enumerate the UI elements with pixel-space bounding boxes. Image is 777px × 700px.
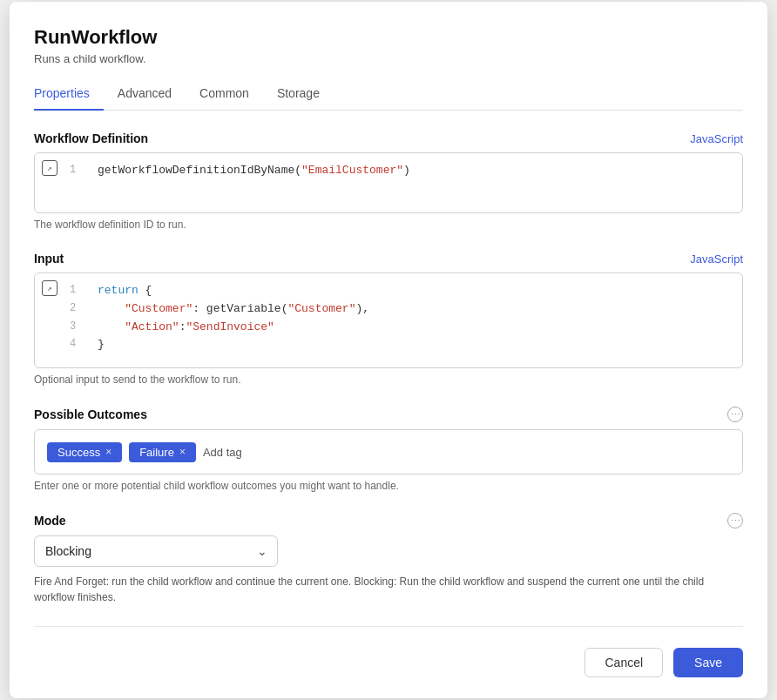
tab-advanced[interactable]: Advanced xyxy=(104,79,186,111)
possible-outcomes-hint: Enter one or more potential child workfl… xyxy=(34,480,743,492)
add-tag-button[interactable]: Add tag xyxy=(203,446,242,459)
input-label: Input xyxy=(34,252,64,266)
input-code-text-1: return { xyxy=(98,282,152,300)
tag-failure-remove[interactable]: × xyxy=(179,446,186,458)
input-code-line-2: 2 "Customer": getVariable("Customer"), xyxy=(70,300,732,319)
mode-hint: Fire And Forget: run the child workflow … xyxy=(34,574,731,605)
cancel-button[interactable]: Cancel xyxy=(584,648,663,677)
tag-failure-label: Failure xyxy=(139,446,174,459)
outcomes-box: Success × Failure × Add tag xyxy=(34,429,743,475)
expand-icon[interactable] xyxy=(42,160,57,176)
input-code-text-4: } xyxy=(98,336,105,354)
input-code-text-2: "Customer": getVariable("Customer"), xyxy=(98,300,369,319)
dialog-subtitle: Runs a child workflow. xyxy=(34,52,743,65)
workflow-definition-js-link[interactable]: JavaScript xyxy=(690,132,743,145)
workflow-definition-editor[interactable]: 1 getWorkflowDefinitionIdByName("EmailCu… xyxy=(34,152,743,213)
run-workflow-dialog: RunWorkflow Runs a child workflow. Prope… xyxy=(10,2,767,698)
input-section-header: Input JavaScript xyxy=(34,252,743,266)
tag-success-remove[interactable]: × xyxy=(105,446,111,458)
workflow-definition-hint: The workflow definition ID to run. xyxy=(34,219,743,231)
possible-outcomes-section: Possible Outcomes ⋯ Success × Failure × … xyxy=(34,407,743,492)
input-hint: Optional input to send to the workflow t… xyxy=(34,374,743,386)
mode-header: Mode ⋯ xyxy=(34,513,743,528)
mode-info-icon[interactable]: ⋯ xyxy=(727,513,743,528)
input-code: 1 return { 2 "Customer": getVariable("Cu… xyxy=(45,282,732,354)
tag-success-label: Success xyxy=(57,446,100,459)
input-line-num-4: 4 xyxy=(70,336,87,353)
tab-common[interactable]: Common xyxy=(186,79,263,111)
code-line-1: 1 getWorkflowDefinitionIdByName("EmailCu… xyxy=(70,162,732,180)
input-line-num-3: 3 xyxy=(70,319,87,335)
mode-select[interactable]: Blocking Fire And Forget xyxy=(34,535,278,567)
input-code-line-1: 1 return { xyxy=(70,282,732,300)
tab-storage[interactable]: Storage xyxy=(263,79,334,111)
tabs-bar: Properties Advanced Common Storage xyxy=(34,79,743,111)
input-code-line-4: 4 } xyxy=(70,336,732,354)
input-expand-icon[interactable] xyxy=(42,280,57,296)
save-button[interactable]: Save xyxy=(673,648,743,677)
input-section: Input JavaScript 1 return { 2 "Customer"… xyxy=(34,252,743,386)
workflow-definition-section: Workflow Definition JavaScript 1 getWork… xyxy=(34,131,743,231)
code-text-1: getWorkflowDefinitionIdByName("EmailCust… xyxy=(98,162,410,180)
input-code-line-3: 3 "Action":"SendInvoice" xyxy=(70,319,732,337)
possible-outcomes-info-icon[interactable]: ⋯ xyxy=(727,407,743,422)
tag-failure[interactable]: Failure × xyxy=(129,442,196,462)
possible-outcomes-label: Possible Outcomes xyxy=(34,407,147,421)
dialog-title: RunWorkflow xyxy=(34,26,743,49)
input-code-text-3: "Action":"SendInvoice" xyxy=(98,319,274,337)
mode-section: Mode ⋯ Blocking Fire And Forget ⌄ Fire A… xyxy=(34,513,743,605)
line-num-1: 1 xyxy=(70,162,87,178)
workflow-definition-code: 1 getWorkflowDefinitionIdByName("EmailCu… xyxy=(45,162,732,180)
mode-select-wrapper: Blocking Fire And Forget ⌄ xyxy=(34,535,278,567)
tag-success[interactable]: Success × xyxy=(47,442,122,462)
mode-label: Mode xyxy=(34,514,66,528)
dialog-footer: Cancel Save xyxy=(34,626,743,677)
workflow-definition-label: Workflow Definition xyxy=(34,131,148,145)
input-line-num-1: 1 xyxy=(70,282,87,299)
input-js-link[interactable]: JavaScript xyxy=(690,252,743,266)
input-editor[interactable]: 1 return { 2 "Customer": getVariable("Cu… xyxy=(34,273,743,368)
input-line-num-2: 2 xyxy=(70,300,87,317)
tab-properties[interactable]: Properties xyxy=(34,79,104,111)
workflow-definition-header: Workflow Definition JavaScript xyxy=(34,131,743,145)
possible-outcomes-header: Possible Outcomes ⋯ xyxy=(34,407,743,422)
